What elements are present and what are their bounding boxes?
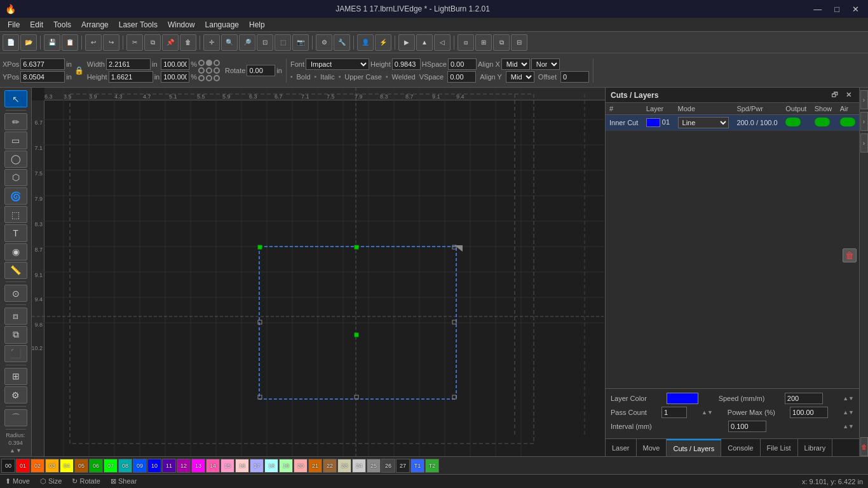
text-tool[interactable]: T bbox=[4, 224, 27, 241]
welded-label[interactable]: Welded bbox=[392, 73, 416, 81]
pass-count-input[interactable] bbox=[661, 407, 687, 418]
save-as-button[interactable]: 📋 bbox=[62, 34, 78, 51]
interval-input[interactable] bbox=[728, 421, 766, 432]
palette-swatch-20[interactable]: 20 bbox=[294, 459, 308, 473]
canvas-area[interactable]: 6.3 3.5 3.9 4.3 4.7 5.1 5.5 5.9 6.3 6.7 … bbox=[32, 88, 605, 456]
height2-input[interactable] bbox=[392, 58, 421, 70]
undo-button[interactable]: ↩ bbox=[85, 34, 102, 51]
mode-select[interactable]: Line bbox=[678, 117, 729, 128]
power-max-input[interactable] bbox=[790, 407, 828, 418]
show-toggle[interactable] bbox=[815, 118, 830, 126]
delete-button[interactable]: 🗑 bbox=[180, 34, 196, 51]
palette-swatch-07[interactable]: 07 bbox=[104, 459, 118, 473]
collapse-btn-2[interactable]: › bbox=[860, 112, 868, 131]
select-tool[interactable]: ↖ bbox=[4, 90, 27, 107]
maximize-button[interactable]: □ bbox=[831, 3, 843, 15]
spiro-tool[interactable]: 🌀 bbox=[4, 187, 27, 205]
vspace-input[interactable] bbox=[447, 71, 476, 83]
camera-button[interactable]: 📷 bbox=[292, 34, 309, 51]
menu-item-arrange[interactable]: Arrange bbox=[76, 19, 114, 30]
menu-item-file[interactable]: File bbox=[3, 19, 25, 30]
italic-label[interactable]: Italic bbox=[320, 73, 335, 81]
align-center-button[interactable]: ⊞ bbox=[475, 34, 492, 51]
user-button[interactable]: 👤 bbox=[357, 34, 374, 51]
radius-up-icon[interactable]: ▲ bbox=[10, 447, 15, 454]
node-tool[interactable]: ◉ bbox=[4, 243, 27, 261]
offset-input[interactable] bbox=[560, 71, 589, 83]
restore-btn[interactable]: 🗗 bbox=[829, 90, 841, 100]
menu-item-edit[interactable]: Edit bbox=[25, 19, 48, 30]
palette-swatch-09[interactable]: 09 bbox=[133, 459, 147, 473]
palette-swatch-21[interactable]: 21 bbox=[308, 459, 322, 473]
palette-swatch-10[interactable]: 10 bbox=[147, 459, 161, 473]
tab-console[interactable]: Console bbox=[721, 439, 760, 456]
offset2-tool[interactable]: ⧉ bbox=[4, 326, 27, 343]
palette-swatch-15[interactable]: 15 bbox=[220, 459, 234, 473]
height-input[interactable] bbox=[109, 71, 153, 83]
delete-layer-button[interactable]: 🗑 bbox=[843, 248, 857, 262]
tab-cuts-layers[interactable]: Cuts / Layers bbox=[667, 439, 721, 456]
lock-icon[interactable]: 🔒 bbox=[73, 61, 86, 80]
palette-swatch-11[interactable]: 11 bbox=[162, 459, 176, 473]
frame-laser-button[interactable]: ▶ bbox=[398, 34, 415, 51]
palette-swatch-T1[interactable]: T1 bbox=[410, 459, 424, 473]
palette-swatch-06[interactable]: 06 bbox=[89, 459, 103, 473]
ypos-input[interactable] bbox=[20, 71, 65, 83]
bold-label[interactable]: Bold bbox=[297, 73, 311, 81]
upper-label[interactable]: Upper Case bbox=[344, 73, 382, 81]
palette-swatch-01[interactable]: 01 bbox=[16, 459, 30, 473]
layer-color-swatch[interactable] bbox=[646, 118, 660, 127]
pct2-input[interactable] bbox=[161, 71, 189, 83]
arc-tool[interactable]: ⌒ bbox=[4, 409, 27, 426]
collapse-btn-1[interactable]: › bbox=[860, 90, 868, 109]
radius-down-icon[interactable]: ▼ bbox=[16, 447, 22, 454]
table-row[interactable]: Inner Cut 01 Line 200.0 / 100.0 bbox=[606, 115, 859, 131]
redo-button[interactable]: ↪ bbox=[103, 34, 119, 51]
palette-swatch-18[interactable]: 18 bbox=[264, 459, 278, 473]
poly-tool[interactable]: ⬡ bbox=[4, 169, 27, 186]
cut-laser-button[interactable]: ◁ bbox=[434, 34, 451, 51]
tab-move[interactable]: Move bbox=[637, 439, 667, 456]
palette-swatch-14[interactable]: 14 bbox=[206, 459, 220, 473]
menu-item-laser-tools[interactable]: Laser Tools bbox=[114, 19, 163, 30]
palette-swatch-16[interactable]: 16 bbox=[235, 459, 249, 473]
menu-item-language[interactable]: Language bbox=[200, 19, 244, 30]
settings-button[interactable]: ⚙ bbox=[316, 34, 332, 51]
tools-button[interactable]: 🔧 bbox=[334, 34, 350, 51]
new-button[interactable]: 📄 bbox=[3, 34, 19, 51]
grid-tool[interactable]: ⊞ bbox=[4, 368, 27, 385]
laser-button[interactable]: ⚡ bbox=[375, 34, 391, 51]
engrave-button[interactable]: ▲ bbox=[416, 34, 433, 51]
open-button[interactable]: 📂 bbox=[20, 34, 37, 51]
collapse-trash-btn[interactable]: 🗑 bbox=[860, 437, 868, 456]
palette-swatch-13[interactable]: 13 bbox=[191, 459, 205, 473]
offset1-tool[interactable]: ⧈ bbox=[4, 308, 27, 325]
rotary-tool[interactable]: ⊙ bbox=[4, 285, 27, 302]
align-right-button[interactable]: ⧉ bbox=[493, 34, 510, 51]
normal-select[interactable]: Normal bbox=[531, 58, 560, 70]
palette-swatch-23[interactable]: 23 bbox=[337, 459, 351, 473]
palette-swatch-08[interactable]: 08 bbox=[118, 459, 132, 473]
align-x-select[interactable]: Middle bbox=[501, 58, 530, 70]
tab-file-list[interactable]: File List bbox=[761, 439, 798, 456]
save-button[interactable]: 💾 bbox=[44, 34, 60, 51]
menu-item-tools[interactable]: Tools bbox=[48, 19, 76, 30]
palette-swatch-22[interactable]: 22 bbox=[323, 459, 337, 473]
palette-swatch-02[interactable]: 02 bbox=[31, 459, 44, 473]
palette-swatch-26[interactable]: 26 bbox=[381, 459, 395, 473]
frame-button[interactable]: ⬚ bbox=[275, 34, 291, 51]
paste-button[interactable]: 📌 bbox=[162, 34, 179, 51]
tab-laser[interactable]: Laser bbox=[606, 439, 637, 456]
font-select[interactable]: Impact bbox=[306, 58, 369, 70]
speed-input[interactable] bbox=[785, 393, 823, 404]
palette-swatch-03[interactable]: 03 bbox=[45, 459, 59, 473]
palette-swatch-25[interactable]: 25 bbox=[367, 459, 381, 473]
hspace-input[interactable] bbox=[448, 58, 477, 70]
palette-swatch-19[interactable]: 19 bbox=[279, 459, 293, 473]
output-toggle[interactable] bbox=[785, 118, 801, 126]
palette-swatch-27[interactable]: 27 bbox=[396, 459, 410, 473]
align-y-select[interactable]: Middle bbox=[506, 71, 534, 83]
rotate-input[interactable] bbox=[247, 65, 275, 76]
width-input[interactable] bbox=[106, 58, 151, 70]
palette-swatch-T2[interactable]: T2 bbox=[425, 459, 439, 473]
